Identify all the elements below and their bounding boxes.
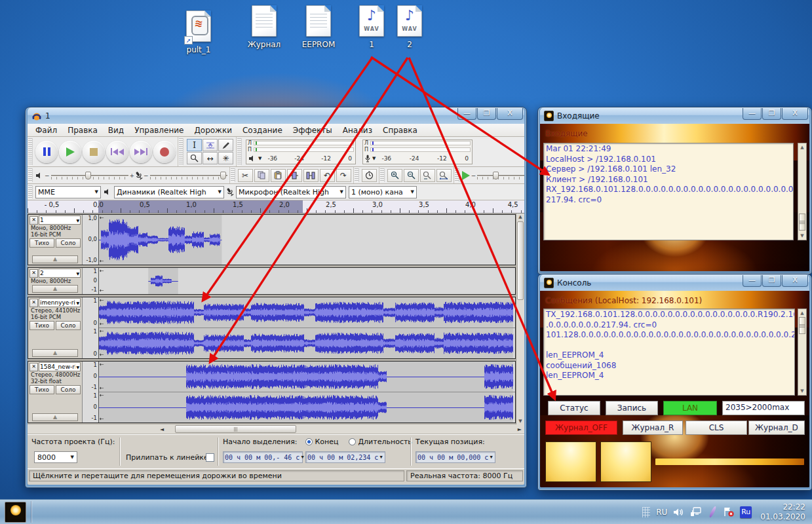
menu-Вид[interactable]: Вид xyxy=(103,126,129,135)
recording-meter[interactable]: Л П ▼ -36-24-120 xyxy=(359,137,476,166)
output-volume-slider[interactable] xyxy=(51,171,128,180)
scroll-left-icon[interactable]: ◄ xyxy=(160,426,164,432)
draw-tool[interactable] xyxy=(218,139,233,151)
track-close-button[interactable]: ✕ xyxy=(29,363,38,371)
waveform-canvas[interactable] xyxy=(99,215,515,265)
vertical-scrollbar-thumb[interactable] xyxy=(517,221,524,300)
incoming-log[interactable]: Mar 01 22:21:49LocalHost > /192.168.0.10… xyxy=(543,143,794,240)
language-indicator[interactable]: RU xyxy=(656,508,667,517)
feather-tray-icon[interactable] xyxy=(708,506,717,519)
zoom-tool[interactable] xyxy=(187,152,202,164)
close-button[interactable]: X xyxy=(782,108,808,120)
scroll-up-icon[interactable]: ▲ xyxy=(516,214,524,219)
radio-end-icon[interactable] xyxy=(305,438,313,445)
language-badge[interactable]: Ru xyxy=(740,506,752,518)
waveform-channel[interactable]: ←← xyxy=(99,268,515,294)
playback-meter[interactable]: Л П ▼ -36-24-120 xyxy=(242,137,359,166)
toolbar-gripper[interactable] xyxy=(28,168,33,182)
track-close-button[interactable]: ✕ xyxy=(29,299,38,307)
redo-button[interactable]: ↷ xyxy=(336,169,351,182)
minimize-button[interactable]: — xyxy=(457,108,476,120)
incoming-scrollbar[interactable]: ▲ ▼ xyxy=(798,143,807,240)
multi-tool[interactable]: ✳ xyxy=(218,152,233,164)
input-volume-slider[interactable] xyxy=(150,171,227,180)
console-button-CLS[interactable]: CLS xyxy=(686,421,747,435)
horizontal-scrollbar[interactable]: ◄ ► xyxy=(28,424,524,434)
console-scrollbar[interactable]: ▲ ▼ xyxy=(798,309,807,396)
maximize-button[interactable]: ❐ xyxy=(477,108,496,120)
track-2[interactable]: ✕2▼Моно, 8000Hz▲10-1←← xyxy=(28,267,516,295)
console-log[interactable]: TX_192.168.0.101.128.0.0.0.0.0.0.0.0.0.0… xyxy=(543,309,795,396)
radio-length-icon[interactable] xyxy=(349,438,356,445)
radio-end[interactable]: Конец xyxy=(305,438,339,446)
input-device-select[interactable]: Микрофон (Realtek High▼ xyxy=(236,186,346,198)
current-position-field[interactable]: 00 ч 00 м 00,000 с▼ xyxy=(416,451,495,463)
maximize-button[interactable]: ❐ xyxy=(762,275,781,287)
track-name-dropdown[interactable]: 1▼ xyxy=(39,215,81,225)
track-waveform-area[interactable]: ←← xyxy=(99,215,515,265)
zoom-fit-button[interactable] xyxy=(436,169,452,182)
menu-Эффекты[interactable]: Эффекты xyxy=(288,126,338,135)
zoom-out-button[interactable] xyxy=(404,169,419,182)
console-button-LAN[interactable]: LAN xyxy=(663,401,717,415)
menu-Управление[interactable]: Управление xyxy=(129,126,189,135)
meter-dropdown-icon[interactable]: ▼ xyxy=(258,156,261,161)
track-close-button[interactable]: ✕ xyxy=(29,216,38,225)
track-name-dropdown[interactable]: 2▼ xyxy=(39,269,81,278)
toolbar-gripper[interactable] xyxy=(28,185,33,198)
minimize-button[interactable]: — xyxy=(743,275,762,287)
waveform-canvas[interactable] xyxy=(99,268,515,294)
collapse-button[interactable]: ▲ xyxy=(32,285,78,293)
track-1[interactable]: ✕1▼Моно, 8000Hz16-bit PCMТихоСоло▲1,00,0… xyxy=(28,214,516,265)
record-button[interactable] xyxy=(153,141,176,163)
close-button[interactable]: X xyxy=(497,108,523,120)
vertical-scrollbar[interactable]: ▲ ▼ xyxy=(516,214,524,424)
track-close-button[interactable]: ✕ xyxy=(29,269,38,278)
mute-button[interactable]: Тихо xyxy=(29,321,54,330)
waveform-channel[interactable]: ←← xyxy=(99,215,515,265)
toolbar-gripper[interactable] xyxy=(231,168,235,182)
console-titlebar[interactable]: Консоль — ❐ X xyxy=(540,274,809,291)
waveform-canvas[interactable] xyxy=(99,328,515,358)
undo-button[interactable]: ↶ xyxy=(320,169,335,182)
play-at-speed-button[interactable] xyxy=(462,171,470,180)
scroll-up-icon[interactable]: ▲ xyxy=(798,145,806,150)
audacity-titlebar[interactable]: 1 — ❐ X xyxy=(28,107,524,124)
zoom-in-button[interactable] xyxy=(387,169,402,182)
waveform-canvas[interactable] xyxy=(99,297,515,328)
toolbar-gripper[interactable] xyxy=(28,138,33,165)
solo-button[interactable]: Соло xyxy=(56,238,81,248)
selection-tool[interactable]: I xyxy=(187,139,202,151)
radio-length[interactable]: Длительность xyxy=(349,438,412,446)
waveform-canvas[interactable] xyxy=(99,362,515,392)
selection-start-field[interactable]: 00 ч 00 м 00,- 46 с▼ xyxy=(223,451,303,463)
menu-Дорожки[interactable]: Дорожки xyxy=(189,126,237,135)
trim-audio-button[interactable] xyxy=(287,169,302,182)
stop-button[interactable] xyxy=(83,141,105,163)
toolbar-gripper[interactable] xyxy=(380,168,385,182)
solo-button[interactable]: Соло xyxy=(56,321,81,330)
timeline-ruler[interactable]: - 0,50,00,51,01,52,02,53,03,54,04,5 xyxy=(28,200,524,214)
scroll-right-icon[interactable]: ► xyxy=(518,426,522,432)
toolbar-gripper[interactable] xyxy=(355,168,359,182)
network-icon[interactable] xyxy=(690,507,702,517)
track-waveform-area[interactable]: ←←←← xyxy=(99,297,515,358)
silence-audio-button[interactable] xyxy=(303,169,319,182)
console-button-Журнал_OFF[interactable]: Журнал_OFF xyxy=(545,421,617,435)
desktop-icon-Журнал[interactable]: Журнал xyxy=(240,5,288,49)
desktop-icon-2[interactable]: ♪WAV2 xyxy=(385,5,434,49)
hidden-icons-button[interactable] xyxy=(642,507,650,517)
menu-Файл[interactable]: Файл xyxy=(30,126,62,135)
taskbar-clock[interactable]: 22:22 01.03.2020 xyxy=(760,502,805,522)
project-rate-select[interactable]: 8000▼ xyxy=(34,451,77,463)
console-button-Журнал_D[interactable]: Журнал_D xyxy=(748,421,805,435)
timer-icon[interactable] xyxy=(362,169,377,182)
cut-button[interactable]: ✂ xyxy=(238,169,253,182)
mute-button[interactable]: Тихо xyxy=(29,238,54,248)
scroll-up-icon[interactable]: ▲ xyxy=(798,310,806,316)
snap-to-checkbox[interactable] xyxy=(206,453,214,462)
toolbar-gripper[interactable] xyxy=(237,138,242,165)
track-name-dropdown[interactable]: imennyye-ri▼ xyxy=(39,298,81,307)
solo-button[interactable]: Соло xyxy=(56,385,81,394)
zoom-selection-button[interactable] xyxy=(420,169,435,182)
